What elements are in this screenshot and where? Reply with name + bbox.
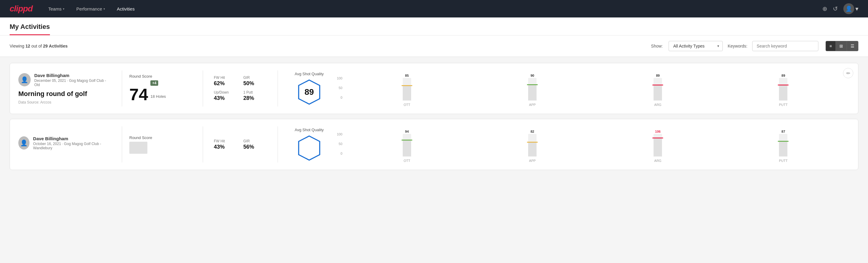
holes-label: 18 Holes bbox=[150, 94, 166, 99]
y-label-0: 0 bbox=[337, 152, 342, 155]
bar-track bbox=[403, 134, 411, 156]
bar-fill bbox=[779, 142, 787, 156]
chart-col-putt: 87 PUTT bbox=[721, 126, 846, 163]
viewing-count-text: Viewing 12 out of 29 Activities bbox=[10, 43, 646, 49]
bar-track bbox=[779, 134, 787, 156]
chart-col-arg: 89 ARG bbox=[595, 70, 721, 107]
quality-label: Avg Shot Quality bbox=[295, 127, 324, 132]
svg-marker-1 bbox=[299, 136, 320, 160]
round-score-wrap: 74 +4 18 Holes bbox=[129, 80, 195, 103]
score-placeholder bbox=[129, 142, 147, 154]
activity-type-dropdown-wrap: All Activity Types ▾ bbox=[669, 41, 723, 51]
bar-track bbox=[528, 78, 536, 100]
nav-item-performance[interactable]: Performance ▾ bbox=[75, 4, 106, 13]
nav-item-teams[interactable]: Teams ▾ bbox=[47, 4, 65, 13]
chart-col-ott: 94 OTT bbox=[344, 126, 469, 163]
bar-value-label: 85 bbox=[405, 74, 409, 77]
metric-updown: Up/Down 43% bbox=[214, 90, 237, 101]
y-label-50: 50 bbox=[337, 86, 342, 90]
activities-container: ✏ 👤 Dave Billingham December 05, 2021 · … bbox=[0, 57, 868, 176]
viewing-total: 29 bbox=[43, 43, 48, 49]
list-view-button[interactable]: ☰ bbox=[847, 41, 858, 51]
nav-label-activities: Activities bbox=[117, 6, 135, 11]
chart-col-app: 90 APP bbox=[470, 70, 595, 107]
card-source: Data Source: Arccos bbox=[18, 100, 107, 105]
y-label-100: 100 bbox=[337, 133, 342, 136]
chart-label: OTT bbox=[404, 159, 410, 163]
metric-name: FW Hit bbox=[214, 139, 237, 143]
metric-name: FW Hit bbox=[214, 76, 237, 80]
chart-bars: 94 OTT 82 APP bbox=[344, 126, 846, 163]
metric-fw-hit: FW Hit 43% bbox=[214, 139, 237, 150]
activity-card: ✏ 👤 Dave Billingham December 05, 2021 · … bbox=[10, 63, 858, 114]
bar-track bbox=[779, 78, 787, 100]
metric-value: 43% bbox=[214, 144, 237, 150]
round-score-label: Round Score bbox=[129, 74, 195, 79]
chart-label: PUTT bbox=[779, 159, 788, 163]
activity-type-dropdown[interactable]: All Activity Types bbox=[669, 41, 723, 51]
bar-value-label: 94 bbox=[405, 130, 409, 133]
metric-value: 43% bbox=[214, 95, 237, 101]
bar-marker bbox=[778, 85, 788, 85]
grid-icon: ⊞ bbox=[839, 43, 843, 49]
bar-value-label: 87 bbox=[781, 130, 785, 133]
chart-y-labels: 100 50 0 bbox=[337, 133, 342, 163]
keywords-label: Keywords: bbox=[727, 43, 747, 49]
card-divider bbox=[122, 70, 122, 107]
bar-value-label: 90 bbox=[531, 74, 534, 77]
chart-y-labels: 100 50 0 bbox=[337, 77, 342, 107]
bar-marker bbox=[652, 85, 663, 85]
user-date: December 05, 2021 · Gog Magog Golf Club … bbox=[34, 79, 107, 87]
chart-label: PUTT bbox=[779, 103, 788, 107]
metric-value: 56% bbox=[243, 144, 267, 150]
card-metrics: FW Hit 62% GIR 50% Up/Down 43% 1 Putt 28… bbox=[210, 76, 270, 101]
user-menu[interactable]: 👤 ▾ bbox=[843, 3, 858, 14]
shot-quality-chart: 100 50 0 94 OTT 82 bbox=[333, 126, 850, 163]
filter-bar: Viewing 12 out of 29 Activities Show: Al… bbox=[0, 35, 868, 57]
page-header: My Activities bbox=[0, 18, 868, 35]
app-logo[interactable]: clippd bbox=[10, 4, 32, 13]
chart-col-app: 82 APP bbox=[470, 126, 595, 163]
bar-value-label: 89 bbox=[781, 74, 785, 77]
y-label-50: 50 bbox=[337, 142, 342, 146]
refresh-icon[interactable]: ↺ bbox=[833, 5, 838, 12]
user-info: Dave Billingham December 05, 2021 · Gog … bbox=[34, 73, 107, 87]
bar-track bbox=[403, 78, 411, 100]
avatar: 👤 bbox=[18, 136, 29, 150]
metric-1putt: 1 Putt 28% bbox=[243, 90, 267, 101]
avg-shot-quality: Avg Shot Quality bbox=[285, 127, 333, 162]
bar-fill bbox=[403, 141, 411, 156]
bar-marker bbox=[778, 141, 788, 142]
search-input[interactable] bbox=[752, 41, 818, 51]
bar-fill bbox=[654, 85, 662, 100]
chevron-down-icon: ▾ bbox=[856, 5, 858, 12]
user-info: Dave Billingham October 16, 2021 · Gog M… bbox=[33, 136, 107, 150]
viewing-count: 12 bbox=[26, 43, 30, 49]
bar-marker bbox=[402, 85, 412, 86]
metric-name: 1 Putt bbox=[243, 90, 267, 94]
activity-card: 👤 Dave Billingham October 16, 2021 · Gog… bbox=[10, 119, 858, 170]
avatar: 👤 bbox=[843, 3, 854, 14]
list-compact-icon: ≡ bbox=[830, 43, 832, 49]
score-badge: +4 bbox=[150, 80, 158, 86]
user-name: Dave Billingham bbox=[34, 73, 107, 78]
nav-label-performance: Performance bbox=[76, 6, 102, 11]
hexagon bbox=[296, 135, 323, 162]
metric-gir: GIR 56% bbox=[243, 139, 267, 150]
chevron-down-icon: ▾ bbox=[63, 7, 64, 10]
list-compact-view-button[interactable]: ≡ bbox=[826, 41, 836, 51]
grid-view-button[interactable]: ⊞ bbox=[836, 41, 847, 51]
bar-marker bbox=[527, 84, 538, 85]
chevron-down-icon: ▾ bbox=[103, 7, 105, 10]
add-icon[interactable]: ⊕ bbox=[822, 5, 828, 12]
card-divider bbox=[122, 126, 122, 163]
bar-value-label: 89 bbox=[656, 74, 659, 77]
card-divider bbox=[278, 126, 278, 163]
bar-value-label: 82 bbox=[531, 130, 534, 133]
y-label-100: 100 bbox=[337, 77, 342, 80]
bar-fill bbox=[528, 143, 536, 156]
card-left: 👤 Dave Billingham December 05, 2021 · Go… bbox=[18, 73, 115, 105]
y-label-0: 0 bbox=[337, 96, 342, 99]
nav-item-activities[interactable]: Activities bbox=[116, 4, 136, 13]
metric-gir: GIR 50% bbox=[243, 76, 267, 87]
